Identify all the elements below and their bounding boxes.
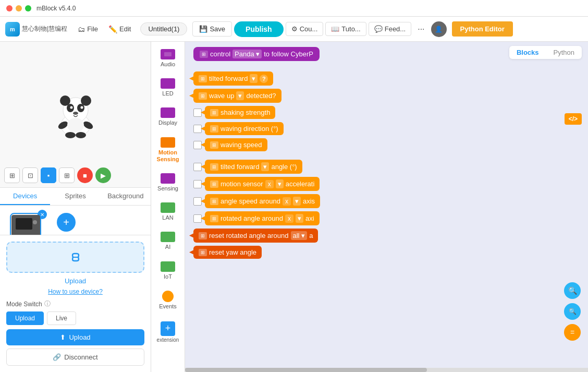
block-icon-4: ⊞ xyxy=(210,141,218,149)
project-name[interactable]: Untitled(1) xyxy=(140,22,187,35)
block-motion-sensor[interactable]: ⊞ motion sensor x ▾ accelerati xyxy=(205,177,320,191)
wave-dropdown[interactable]: ▾ xyxy=(236,91,244,100)
checkbox-angle-speed[interactable] xyxy=(193,197,202,206)
led-label: LED xyxy=(162,90,173,97)
minimize-button[interactable] xyxy=(16,5,22,11)
control-block[interactable]: ⊞ control Panda ▾ to follow CyberP xyxy=(193,47,320,61)
window-controls[interactable] xyxy=(6,5,31,11)
tutorial-button[interactable]: 📖 Tuto... xyxy=(325,22,366,36)
angle-dropdown[interactable]: ▾ xyxy=(293,197,301,206)
block-connector-icon-0: ⊞ xyxy=(199,75,207,82)
tab-devices[interactable]: Devices xyxy=(0,188,50,205)
ext-motion[interactable]: MotionSensing xyxy=(153,133,183,167)
ext-audio[interactable]: Audio xyxy=(153,45,183,72)
fit-screen-button[interactable]: ⊞ xyxy=(4,167,20,183)
tilted-dropdown[interactable]: ▾ xyxy=(250,74,258,83)
block-rotated-angle[interactable]: ⊞ rotated angle around x ▾ axi xyxy=(205,211,320,225)
checkbox-waving-speed[interactable] xyxy=(193,141,202,149)
block-waving-speed[interactable]: ⊞ waving speed xyxy=(205,138,267,151)
zoom-out-button[interactable]: 🔍 xyxy=(564,303,581,320)
block-tilted-angle[interactable]: ⊞ tilted forward ▾ angle (°) xyxy=(205,160,302,174)
block-icon-5: ⊞ xyxy=(210,163,218,171)
block-icon-7: ⊞ xyxy=(210,198,218,205)
ext-sensing[interactable]: Sensing xyxy=(153,169,183,196)
block-icon-6: ⊞ xyxy=(210,181,218,188)
lan-label: LAN xyxy=(162,214,173,221)
publish-button[interactable]: Publish xyxy=(234,21,284,37)
code-expand-icon[interactable]: </> xyxy=(565,113,582,125)
fit-button[interactable]: = xyxy=(564,324,581,341)
close-button[interactable] xyxy=(6,5,13,11)
disconnect-icon: 🔗 xyxy=(53,353,61,361)
block-angle-speed[interactable]: ⊞ angle speed around x ▾ axis xyxy=(205,194,320,208)
blocks-tab[interactable]: Blocks xyxy=(509,46,546,59)
python-tab[interactable]: Python xyxy=(546,46,582,59)
block-wave-up-sensor[interactable]: ⊞ wave up ▾ detected? xyxy=(193,89,281,103)
scrollbar-thumb[interactable] xyxy=(185,368,427,372)
motion-x-var[interactable]: x xyxy=(265,180,274,188)
add-device-button[interactable]: + xyxy=(57,213,76,232)
all-dropdown[interactable]: all ▾ xyxy=(291,231,308,240)
svg-rect-22 xyxy=(163,234,173,240)
file-menu[interactable]: 🗂 File xyxy=(74,23,102,35)
more-button[interactable]: ··· xyxy=(413,22,428,37)
app-title: mBlock v5.4.0 xyxy=(36,5,76,12)
how-to-link[interactable]: How to use device? xyxy=(6,288,144,295)
ext-display[interactable]: Display xyxy=(153,103,183,130)
checkbox-motion-sensor[interactable] xyxy=(193,180,202,188)
rotated-x-var[interactable]: x xyxy=(285,214,293,223)
zoom-in-button[interactable]: 🔍 xyxy=(564,282,581,299)
block-reset-rotated[interactable]: ⊞ reset rotated angle around all ▾ a xyxy=(193,229,318,243)
ext-iot[interactable]: IoT xyxy=(153,257,183,284)
grid-button[interactable]: ⊞ xyxy=(59,167,75,183)
motion-dropdown[interactable]: ▾ xyxy=(276,179,284,188)
block-row-4: ⊞ waving speed xyxy=(193,138,580,151)
audio-label: Audio xyxy=(161,61,175,68)
stop-button[interactable]: ■ xyxy=(77,167,93,183)
feedback-button[interactable]: 💬 Feed... xyxy=(369,22,411,36)
block-shaking-strength[interactable]: ⊞ shaking strength xyxy=(205,106,275,119)
add-extension[interactable]: + extension xyxy=(157,318,179,343)
checkbox-rotated-angle[interactable] xyxy=(193,214,202,223)
tab-background[interactable]: Background xyxy=(101,188,151,205)
ext-lan[interactable]: LAN xyxy=(153,198,183,225)
ext-events[interactable]: Events xyxy=(153,286,183,314)
shrink-button[interactable]: ⊡ xyxy=(22,167,38,183)
ext-ai[interactable]: AI xyxy=(153,227,183,255)
upload-mode-button[interactable]: Upload xyxy=(6,311,44,325)
block-icon-9: ⊞ xyxy=(199,232,207,239)
block-tilted-forward-sensor[interactable]: ⊞ tilted forward ▾ ? xyxy=(193,71,273,86)
angle-x-var[interactable]: x xyxy=(283,197,291,206)
horizontal-scrollbar[interactable] xyxy=(185,368,588,372)
checkbox-tilted-angle[interactable] xyxy=(193,163,202,171)
motion-icon xyxy=(161,137,175,148)
run-button[interactable]: ▶ xyxy=(95,167,111,183)
checkbox-shaking[interactable] xyxy=(193,109,202,117)
disconnect-button[interactable]: 🔗 Disconnect xyxy=(6,349,144,366)
tab-sprites[interactable]: Sprites xyxy=(50,188,100,205)
add-extension-button[interactable]: + xyxy=(161,321,175,336)
normal-view-button[interactable]: ▪ xyxy=(41,167,56,183)
python-editor-button[interactable]: Python Editor xyxy=(452,21,513,37)
save-button[interactable]: 💾 Save xyxy=(192,21,232,37)
tilted-angle-dropdown[interactable]: ▾ xyxy=(261,162,269,171)
live-mode-button[interactable]: Live xyxy=(47,311,76,325)
upload-main-button[interactable]: ⬆ Upload xyxy=(6,329,144,345)
checkbox-waving-dir[interactable] xyxy=(193,125,202,133)
block-waving-direction[interactable]: ⊞ waving direction (°) xyxy=(205,122,284,135)
edit-menu[interactable]: ✏️ Edit xyxy=(104,23,135,35)
stage-controls: ⊞ ⊡ ▪ ⊞ ■ ▶ xyxy=(4,167,111,183)
titlebar: mBlock v5.4.0 xyxy=(0,0,588,17)
led-icon xyxy=(161,78,175,89)
block-reset-yaw[interactable]: ⊞ reset yaw angle xyxy=(193,246,262,259)
rotated-dropdown[interactable]: ▾ xyxy=(296,214,303,223)
ai-label: AI xyxy=(165,244,170,250)
panda-dropdown[interactable]: Panda ▾ xyxy=(232,50,262,58)
course-button[interactable]: ⚙ Cou... xyxy=(286,22,324,36)
iot-icon xyxy=(161,261,175,272)
add-device[interactable]: + add xyxy=(48,213,84,235)
link-icon xyxy=(65,249,86,265)
ext-led[interactable]: LED xyxy=(153,74,183,101)
upload-link-button[interactable] xyxy=(6,242,144,273)
maximize-button[interactable] xyxy=(25,5,31,11)
